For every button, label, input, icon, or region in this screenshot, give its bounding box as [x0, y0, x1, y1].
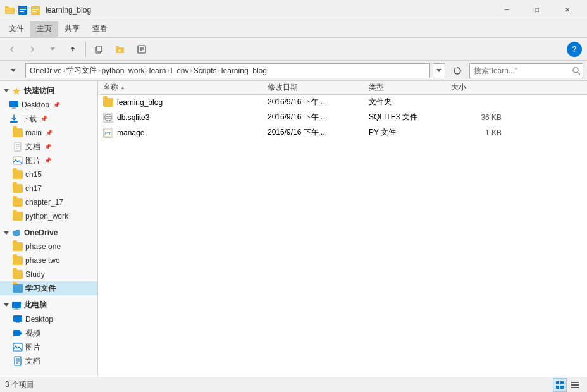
- folder-icon-study: [13, 270, 23, 279]
- sidebar-item-phasetwo[interactable]: phase two: [0, 254, 97, 267]
- sidebar-item-thispc-pic[interactable]: 图片: [0, 340, 97, 354]
- sidebar-item-phaseone-label: phase one: [25, 242, 61, 251]
- sidebar-item-thispc-desktop[interactable]: Desktop: [0, 312, 97, 326]
- sidebar-item-ch15[interactable]: ch15: [0, 168, 97, 181]
- up-button[interactable]: [63, 40, 82, 59]
- help-button[interactable]: ?: [567, 42, 582, 57]
- quick-access-expand-icon: [4, 89, 9, 92]
- breadcrumb-onedrive[interactable]: OneDrive: [30, 66, 62, 75]
- menu-view[interactable]: 查看: [86, 21, 114, 37]
- new-folder-button[interactable]: [111, 40, 130, 59]
- svg-rect-42: [13, 330, 20, 336]
- menu-file[interactable]: 文件: [3, 21, 30, 37]
- item-count-label: 3 个项目: [5, 379, 34, 390]
- sidebar-item-thispc-doc[interactable]: 文档: [0, 354, 97, 368]
- breadcrumb-scripts[interactable]: Scripts: [194, 66, 217, 75]
- file-date-dbsqlite3: 2016/9/16 下午 ...: [268, 112, 369, 123]
- sidebar-item-main[interactable]: main 📌: [0, 126, 97, 140]
- sidebar-item-ch17[interactable]: ch17: [0, 181, 97, 195]
- desktop-icon: [9, 100, 19, 110]
- thispc-label: 此电脑: [24, 300, 47, 310]
- forward-button[interactable]: [23, 40, 42, 59]
- minimize-button[interactable]: ─: [492, 0, 521, 20]
- breadcrumb-xuexiwenjian[interactable]: 学习文件: [66, 65, 97, 76]
- sidebar-item-pythonwork-label: python_work: [25, 212, 68, 221]
- copy-path-button[interactable]: [89, 40, 108, 59]
- sidebar-item-video[interactable]: 视频: [0, 326, 97, 340]
- sidebar-item-xuexiwenjian-label: 学习文件: [25, 283, 56, 294]
- title-icon2: [18, 5, 28, 15]
- sidebar-item-tupian[interactable]: 图片 📌: [0, 154, 97, 168]
- col-header-date[interactable]: 修改日期: [268, 82, 369, 93]
- svg-rect-60: [560, 386, 564, 389]
- sidebar-quick-access-header[interactable]: 快速访问: [0, 83, 97, 98]
- chevron-down-icon: [50, 47, 55, 51]
- sidebar-item-video-label: 视频: [25, 328, 40, 339]
- col-header-size[interactable]: 大小: [451, 82, 502, 93]
- table-row[interactable]: db.sqlite3 2016/9/16 下午 ... SQLITE3 文件 3…: [98, 110, 587, 125]
- breadcrumb-learningblog[interactable]: learning_blog: [221, 66, 267, 75]
- onedrive-icon: [11, 228, 22, 238]
- file-name-dbsqlite3: db.sqlite3: [103, 113, 268, 123]
- sidebar-item-pythonwork[interactable]: python_work: [0, 209, 97, 223]
- svg-marker-43: [20, 331, 22, 335]
- address-dropdown-button[interactable]: [4, 61, 23, 80]
- sidebar-item-chapter17[interactable]: chapter_17: [0, 195, 97, 209]
- sidebar-item-phasetwo-label: phase two: [25, 256, 60, 265]
- app-icon: [5, 5, 15, 15]
- address-refresh-button[interactable]: [433, 63, 445, 78]
- close-button[interactable]: ✕: [553, 0, 582, 20]
- sidebar-item-chapter17-label: chapter_17: [25, 198, 63, 207]
- title-icon3: [30, 5, 40, 15]
- svg-rect-2: [6, 8, 14, 13]
- download-icon: [9, 114, 19, 124]
- onedrive-expand-icon: [4, 231, 9, 235]
- sidebar-onedrive-header[interactable]: OneDrive: [0, 226, 97, 240]
- table-row[interactable]: learning_blog 2016/9/16 下午 ... 文件夹: [98, 95, 587, 110]
- table-row[interactable]: PY manage 2016/9/16 下午 ... PY 文件 1 KB: [98, 125, 587, 140]
- svg-rect-57: [556, 381, 559, 384]
- dropdown-back-button[interactable]: [43, 40, 62, 59]
- folder-icon-ch17: [13, 184, 23, 193]
- breadcrumb-lenv[interactable]: l_env: [171, 66, 189, 75]
- sidebar-item-phaseone[interactable]: phase one: [0, 240, 97, 254]
- sidebar-item-desktop[interactable]: Desktop 📌: [0, 98, 97, 112]
- search-input[interactable]: [469, 63, 583, 78]
- address-path[interactable]: OneDrive › 学习文件 › python_work › learn › …: [25, 63, 430, 78]
- view-grid-button[interactable]: [553, 378, 567, 392]
- properties-icon: [137, 45, 146, 54]
- folder-icon-phasetwo: [13, 256, 23, 265]
- view-list-button[interactable]: [568, 378, 582, 392]
- maximize-button[interactable]: □: [522, 0, 552, 20]
- menu-home[interactable]: 主页: [30, 21, 58, 37]
- svg-rect-37: [12, 302, 21, 308]
- back-button[interactable]: [3, 40, 22, 59]
- sidebar-item-download-label: 下载: [22, 114, 37, 125]
- sidebar-item-xuexiwenjian[interactable]: 学习文件: [0, 281, 97, 295]
- menu-share[interactable]: 共享: [58, 21, 86, 37]
- properties-button[interactable]: [132, 40, 151, 59]
- doc-icon2: [13, 356, 23, 366]
- refresh-icon: [453, 66, 462, 75]
- address-bar: OneDrive › 学习文件 › python_work › learn › …: [0, 61, 587, 81]
- svg-point-21: [573, 68, 578, 73]
- sidebar-item-ch15-label: ch15: [25, 170, 42, 179]
- breadcrumb-pythonwork[interactable]: python_work: [101, 66, 144, 75]
- breadcrumb-sep-2: ›: [98, 67, 100, 74]
- col-header-name[interactable]: 名称 ▲: [103, 82, 268, 93]
- sidebar-item-thispc-pic-label: 图片: [25, 342, 40, 353]
- col-header-type[interactable]: 类型: [369, 82, 451, 93]
- sidebar-thispc-header[interactable]: 此电脑: [0, 298, 97, 312]
- sidebar-item-wendang[interactable]: 文档 📌: [0, 140, 97, 154]
- sidebar-item-tupian-label: 图片: [25, 156, 40, 166]
- sidebar-item-study[interactable]: Study: [0, 267, 97, 281]
- refresh-button[interactable]: [448, 61, 467, 80]
- breadcrumb-sep-6: ›: [218, 67, 220, 74]
- file-name-learningblog: learning_blog: [103, 98, 268, 107]
- sidebar-item-download[interactable]: 下载 📌: [0, 112, 97, 126]
- breadcrumb-learn[interactable]: learn: [149, 66, 166, 75]
- col-name-label: 名称: [103, 82, 118, 93]
- py-icon: PY: [103, 128, 113, 138]
- toolbar-separator-1: [85, 42, 86, 57]
- main-area: 快速访问 Desktop 📌 下载 📌 main 📌: [0, 81, 587, 377]
